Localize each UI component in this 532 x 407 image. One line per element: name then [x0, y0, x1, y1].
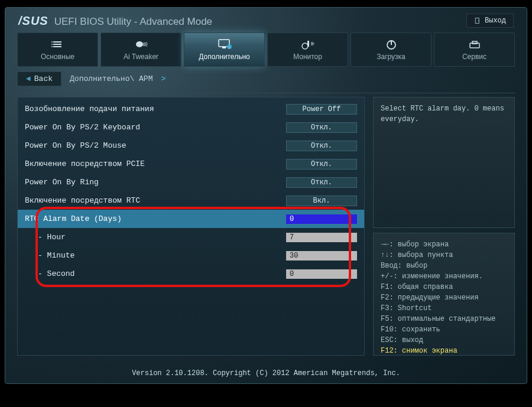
advanced-icon: i — [217, 38, 232, 50]
setting-label: Включение посредством PCIE — [25, 159, 286, 168]
tab-label: Ai Tweaker — [124, 53, 158, 61]
legend-line: ESC: выход — [381, 335, 507, 346]
setting-label: RTC Alarm Date (Days) — [25, 214, 286, 223]
settings-panel: Возобновление подачи питанияPower OffPow… — [17, 97, 365, 356]
legend-line: ↑↓: выбора пункта — [381, 250, 507, 261]
svg-rect-16 — [391, 40, 392, 45]
svg-rect-1 — [478, 20, 479, 21]
tab-monitor[interactable]: Монитор — [267, 32, 348, 67]
legend-line: F2: предыдущие значения — [381, 292, 507, 303]
brand-logo: /SUS — [18, 14, 48, 28]
bios-window: /SUS UEFI BIOS Utility - Advanced Mode В… — [5, 7, 527, 384]
tool-icon — [468, 38, 482, 50]
setting-row[interactable]: - Minute30 — [18, 246, 364, 265]
legend-line: F12: снимок экрана — [381, 346, 507, 356]
setting-dropdown[interactable]: Откл. — [286, 122, 357, 133]
tab-label: Монитор — [293, 53, 322, 61]
boot-icon — [385, 38, 398, 50]
setting-row[interactable]: - Hour7 — [18, 228, 364, 246]
legend-line: F3: Shortcut — [381, 303, 507, 314]
svg-point-8 — [136, 41, 143, 47]
tab-main[interactable]: Основные — [17, 32, 98, 67]
svg-point-5 — [51, 41, 53, 43]
help-panel: Select RTC alarm day. 0 means everyday. — [373, 97, 515, 228]
setting-row[interactable]: Power On By PS/2 KeyboardОткл. — [18, 118, 364, 136]
breadcrumb-bar: ◄ Back Дополнительно\ APM > — [17, 71, 515, 86]
setting-row[interactable]: - Second0 — [18, 265, 364, 283]
key-legend: →←: выбор экрана↑↓: выбора пунктаВвод: в… — [373, 233, 515, 356]
setting-label: - Second — [25, 269, 286, 278]
tab-tweaker[interactable]: Ai Tweaker — [100, 32, 181, 67]
svg-rect-10 — [222, 47, 226, 48]
setting-row[interactable]: RTC Alarm Date (Days)0 — [18, 210, 364, 228]
setting-row[interactable]: Возобновление подачи питанияPower Off — [18, 100, 364, 118]
svg-point-13 — [302, 43, 308, 49]
footer-text: Version 2.10.1208. Copyright (C) 2012 Am… — [5, 369, 527, 377]
setting-label: - Hour — [25, 233, 286, 242]
setting-row[interactable]: Power On By PS/2 MouseОткл. — [18, 136, 364, 155]
setting-row[interactable]: Включение посредством RTCВкл. — [18, 191, 364, 210]
svg-rect-2 — [53, 41, 61, 43]
setting-input[interactable]: 0 — [286, 214, 357, 224]
back-button[interactable]: ◄ Back — [17, 71, 61, 86]
door-icon — [474, 17, 481, 24]
setting-row[interactable]: Включение посредством PCIEОткл. — [18, 155, 364, 173]
svg-point-7 — [51, 46, 53, 47]
tab-advanced[interactable]: iДополнительно — [184, 32, 265, 67]
setting-label: Power On By PS/2 Mouse — [25, 141, 286, 150]
exit-label: Выход — [485, 17, 506, 25]
tab-label: Основные — [41, 53, 74, 61]
legend-line: F1: общая справка — [381, 282, 507, 292]
tab-label: Сервис — [462, 53, 486, 61]
svg-text:i: i — [229, 45, 229, 49]
legend-line: F5: оптимальные стандартные — [381, 314, 507, 324]
tweaker-icon — [134, 38, 148, 50]
svg-rect-3 — [53, 44, 61, 45]
bios-title: UEFI BIOS Utility - Advanced Mode — [54, 16, 212, 28]
setting-row[interactable]: Power On By RingОткл. — [18, 173, 364, 191]
setting-label: Power On By PS/2 Keyboard — [25, 123, 286, 132]
topbar: /SUS UEFI BIOS Utility - Advanced Mode В… — [5, 8, 527, 32]
setting-dropdown[interactable]: Power Off — [286, 104, 357, 115]
svg-rect-4 — [53, 46, 61, 47]
setting-label: Возобновление подачи питания — [25, 105, 286, 113]
tab-bar: ОсновныеAi TweakeriДополнительноМониторЗ… — [5, 32, 527, 67]
back-label: Back — [34, 74, 53, 83]
tab-tool[interactable]: Сервис — [434, 32, 515, 67]
tab-label: Загрузка — [377, 53, 406, 61]
setting-dropdown[interactable]: Вкл. — [286, 196, 357, 206]
setting-dropdown[interactable]: Откл. — [286, 177, 357, 188]
main-icon — [51, 38, 64, 50]
monitor-icon — [301, 38, 315, 50]
setting-input[interactable]: 7 — [286, 233, 357, 242]
setting-dropdown[interactable]: Откл. — [286, 141, 357, 151]
setting-label: Включение посредством RTC — [25, 196, 286, 205]
chevron-right-icon: > — [161, 74, 166, 83]
tab-boot[interactable]: Загрузка — [351, 32, 432, 67]
chevron-left-icon: ◄ — [26, 74, 31, 83]
setting-label: Power On By Ring — [25, 178, 286, 187]
legend-line: +/-: изменение значения. — [381, 271, 507, 282]
help-text: Select RTC alarm day. 0 means everyday. — [381, 105, 504, 123]
svg-point-6 — [51, 44, 53, 45]
exit-button[interactable]: Выход — [466, 14, 514, 28]
setting-dropdown[interactable]: Откл. — [286, 159, 357, 170]
setting-label: - Minute — [25, 251, 286, 260]
tab-label: Дополнительно — [199, 53, 249, 61]
breadcrumb-path: Дополнительно\ APM — [70, 74, 153, 83]
svg-rect-18 — [472, 41, 477, 44]
setting-input[interactable]: 0 — [286, 269, 357, 279]
legend-line: →←: выбор экрана — [381, 239, 507, 250]
setting-input[interactable]: 30 — [286, 251, 357, 261]
legend-line: Ввод: выбор — [381, 261, 507, 271]
legend-line: F10: сохранить — [381, 324, 507, 335]
svg-rect-14 — [307, 41, 309, 47]
